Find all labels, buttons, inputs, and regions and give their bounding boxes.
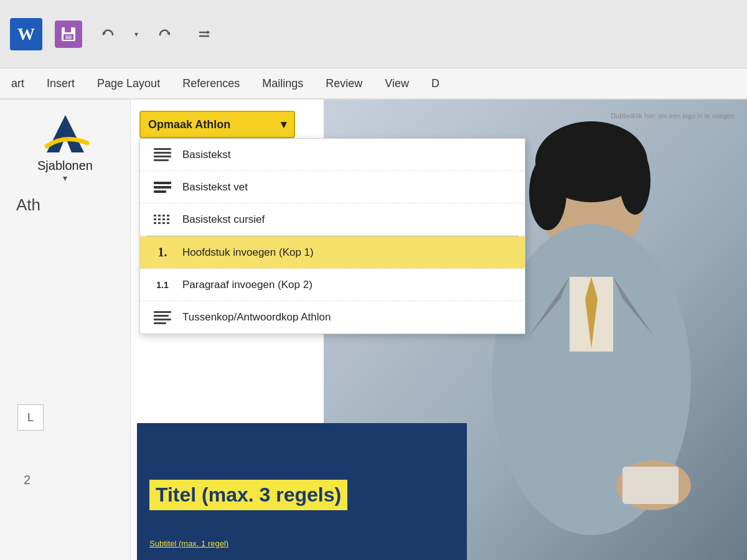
dropdown-item-paragraaf[interactable]: 1.1 Paragraaf invoegen (Kop 2) xyxy=(140,269,525,301)
svg-marker-9 xyxy=(47,115,84,152)
style-dropdown-menu: Basistekst Basistekst vet xyxy=(139,138,525,334)
logo-placeholder[interactable]: Dubbelklik hier om een logo in te voegen xyxy=(611,112,735,119)
dropdown-item-basistekst-vet[interactable]: Basistekst vet xyxy=(140,171,525,203)
document-page: Dubbelklik hier om een logo in te voegen… xyxy=(131,100,747,560)
left-sidebar: Sjablonen ▾ Ath L 2 xyxy=(0,100,131,560)
menu-item-d[interactable]: D xyxy=(420,68,451,99)
sjablonen-arrow[interactable]: ▾ xyxy=(63,173,67,183)
dropdown-item-basistekst-cursief[interactable]: Basistekst cursief xyxy=(140,203,525,236)
dropdown-item-hoofdstuk[interactable]: 1. Hoofdstuk invoegen (Kop 1) xyxy=(140,236,525,269)
style-dropdown-button[interactable]: Opmaak Athlon ▾ xyxy=(139,111,295,138)
ruler-indicator: L xyxy=(17,404,44,431)
paragraaf-icon: 1.1 xyxy=(150,280,175,290)
ruler-number: 2 xyxy=(24,473,31,487)
title-bar: W ▾ xyxy=(0,0,747,68)
undo-button[interactable] xyxy=(95,21,122,48)
basistekst-cursief-icon xyxy=(150,215,175,224)
menu-item-art[interactable]: art xyxy=(0,68,35,99)
customize-button[interactable] xyxy=(190,21,218,48)
menu-item-mailings[interactable]: Mailings xyxy=(251,68,314,99)
content-area: Sjablonen ▾ Ath L 2 xyxy=(0,100,747,560)
blue-overlay: Titel (max. 3 regels) Subtitel (max. 1 r… xyxy=(137,423,467,560)
menu-item-view[interactable]: View xyxy=(374,68,420,99)
athlon-logo-icon xyxy=(34,112,96,159)
document-title[interactable]: Titel (max. 3 regels) xyxy=(149,480,347,510)
dropdown-item-basistekst[interactable]: Basistekst xyxy=(140,139,525,171)
dropdown-item-tussenkop[interactable]: Tussenkop/Antwoordkop Athlon xyxy=(140,301,525,334)
menu-bar: art Insert Page Layout References Mailin… xyxy=(0,68,747,100)
word-icon: W xyxy=(10,18,42,50)
svg-rect-22 xyxy=(622,467,679,504)
document-subtitle[interactable]: Subtitel (max. 1 regel) xyxy=(149,538,228,549)
redo-button[interactable] xyxy=(151,21,178,48)
hoofdstuk-icon: 1. xyxy=(150,245,175,259)
athlon-abbr-text: Ath xyxy=(6,195,124,215)
tussenkop-icon xyxy=(150,311,175,324)
menu-item-page-layout[interactable]: Page Layout xyxy=(86,68,171,99)
menu-item-insert[interactable]: Insert xyxy=(35,68,86,99)
svg-rect-3 xyxy=(65,35,72,39)
athlon-logo: Sjablonen ▾ xyxy=(6,112,124,183)
undo-dropdown-arrow[interactable]: ▾ xyxy=(134,30,138,39)
svg-marker-8 xyxy=(207,30,210,34)
save-button[interactable] xyxy=(55,21,82,48)
basistekst-icon xyxy=(150,148,175,161)
svg-point-13 xyxy=(529,156,566,230)
basistekst-vet-icon xyxy=(150,182,175,193)
sjablonen-label: Sjablonen xyxy=(37,159,93,173)
menu-item-references[interactable]: References xyxy=(171,68,251,99)
svg-point-14 xyxy=(619,146,651,215)
menu-item-review[interactable]: Review xyxy=(314,68,374,99)
svg-rect-1 xyxy=(65,27,71,32)
